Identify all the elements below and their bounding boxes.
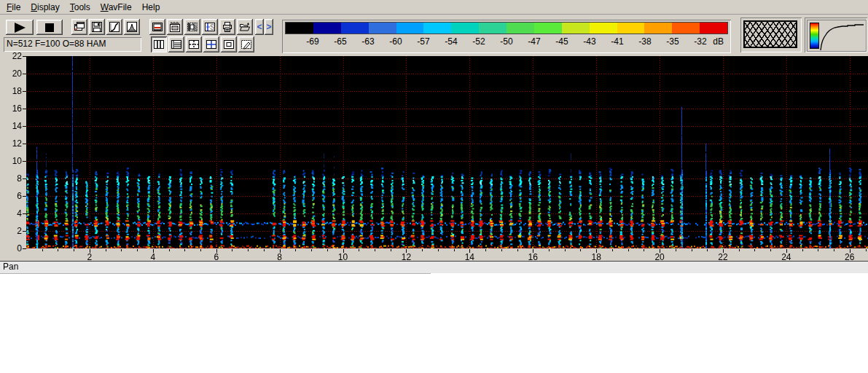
x-axis-tick [692, 249, 692, 251]
next-icon: > [266, 22, 271, 32]
y-axis-label: 16 [0, 103, 22, 114]
colorbar-label: -69 [299, 36, 327, 47]
x-axis-tick [818, 249, 818, 251]
x-axis-tick [295, 249, 296, 251]
y-axis-tick [23, 248, 26, 249]
x-axis-tick [866, 249, 867, 251]
colorbar-label: -50 [493, 36, 520, 47]
colorbar-panel: dB -69-65-63-60-57-54-52-50-47-45-43-41-… [282, 20, 731, 53]
cross-grid-button[interactable] [186, 36, 202, 52]
save-icon [91, 21, 103, 33]
x-axis-tick [106, 249, 106, 251]
top-ruler-button[interactable] [167, 19, 183, 35]
inset-box-button[interactable] [221, 36, 237, 52]
menu-display[interactable]: Display [31, 2, 59, 12]
y-axis-tick [23, 231, 26, 232]
x-axis-tick [549, 249, 550, 251]
vertical-grid-icon [153, 39, 165, 50]
colorbar-segment [396, 23, 424, 34]
hatch-pattern-icon [743, 20, 797, 48]
scale-curve-button[interactable] [106, 19, 122, 35]
y-axis-label: 0 [0, 243, 22, 254]
vertical-grid-button[interactable] [151, 36, 167, 52]
stop-button[interactable] [36, 20, 63, 35]
next-button[interactable]: > [265, 19, 273, 35]
menu-bar: File Display Tools WavFile Help [0, 0, 868, 15]
spectrogram-app: File Display Tools WavFile Help N=512 F=… [0, 0, 868, 373]
x-axis-tick [438, 249, 439, 251]
spectrogram-canvas[interactable] [26, 56, 868, 248]
colorbar-segment [534, 23, 562, 34]
hatch-pattern-panel [740, 17, 802, 52]
open-file-button[interactable] [237, 19, 253, 35]
y-axis-tick [23, 161, 26, 162]
y-axis-label: 6 [0, 191, 22, 201]
y-axis-tick [23, 196, 26, 197]
y-axis-label: 2 [0, 226, 22, 236]
x-axis-tick [644, 249, 644, 251]
edit-button[interactable] [238, 36, 254, 52]
colorbar-segment [617, 23, 645, 34]
stop-icon [45, 23, 54, 32]
x-axis-tick [754, 249, 755, 251]
y-axis-label: 18 [0, 86, 22, 96]
x-axis-tick [327, 249, 328, 251]
colorbar-label: -45 [548, 36, 576, 47]
y-axis-tick [23, 126, 26, 127]
colorbar [285, 22, 728, 34]
colorbar-segment [672, 23, 700, 34]
x-axis-tick [121, 249, 122, 251]
x-axis-tick [248, 249, 249, 251]
colorbar-segment [700, 23, 727, 34]
colorbar-segment [590, 23, 617, 34]
menu-wavfile[interactable]: WavFile [101, 2, 132, 12]
colorbar-label: -54 [437, 36, 465, 47]
x-axis-tick [74, 249, 74, 251]
window-function-button[interactable] [124, 19, 140, 35]
palette-preview [807, 20, 867, 52]
palette-curve-panel [805, 17, 867, 52]
y-axis-tick [23, 74, 26, 74]
blue-cross-grid-button[interactable] [203, 36, 219, 52]
x-axis-tick [264, 249, 265, 251]
print-button[interactable] [219, 19, 235, 35]
x-axis-tick [565, 249, 566, 251]
x-axis-tick [517, 249, 518, 251]
x-axis-tick [676, 249, 676, 251]
x-axis-tick [628, 249, 629, 251]
x-axis-tick [739, 249, 740, 251]
status-bar: Pan [0, 261, 868, 273]
x-axis-tick [834, 249, 834, 251]
x-axis-tick [580, 249, 581, 251]
x-axis-tick [501, 249, 502, 251]
y-axis-label: 4 [0, 208, 22, 219]
colorbar-segment [423, 23, 451, 34]
menu-tools[interactable]: Tools [70, 2, 90, 12]
colorbar-label: -65 [327, 36, 354, 47]
cascade-windows-button[interactable] [71, 19, 87, 35]
colorbar-label: -47 [520, 36, 548, 47]
prev-icon: < [257, 22, 262, 32]
x-axis-tick [232, 249, 232, 251]
colorbar-segment [313, 23, 341, 34]
inset-box-icon [223, 39, 235, 50]
signal-scale-icon: S [204, 21, 216, 33]
x-axis-tick [184, 249, 185, 251]
save-button[interactable] [89, 19, 105, 35]
prev-button[interactable]: < [255, 19, 264, 35]
print-icon [222, 21, 233, 33]
colorbar-segment [341, 23, 369, 34]
x-axis-tick [359, 249, 359, 251]
windows-cascade-icon [74, 21, 85, 33]
menu-file[interactable]: File [7, 2, 20, 12]
signal-scale-button[interactable]: S [202, 19, 218, 35]
colorbar-segment [369, 23, 396, 34]
horizontal-grid-button[interactable] [168, 36, 184, 52]
hatch-region-button[interactable] [184, 19, 200, 35]
play-button[interactable] [6, 20, 34, 35]
menu-help[interactable]: Help [142, 2, 160, 12]
display-line-button[interactable] [149, 19, 165, 35]
y-axis-label: 20 [0, 68, 22, 79]
colorbar-segment [644, 23, 672, 34]
y-axis-tick [23, 144, 26, 144]
